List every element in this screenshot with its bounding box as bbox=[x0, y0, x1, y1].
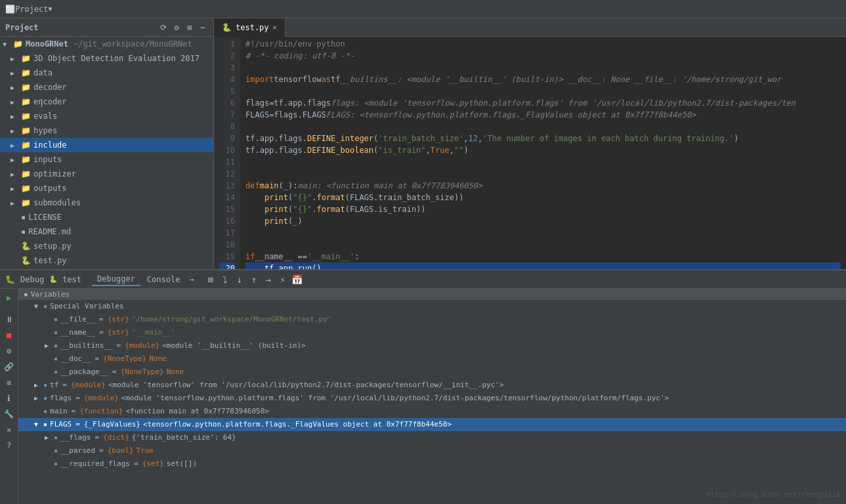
var-package[interactable]: ▶ ▪ __package__ = {NoneType} None bbox=[18, 366, 846, 379]
folder-icon-include: 📁 bbox=[21, 140, 31, 150]
code-area[interactable]: 1 2 3 4 5 6 7 8 9 10 11 12 13 14 15 16 1 bbox=[214, 37, 846, 269]
debug-left-panel: ▶ ⏸ ■ ⚙ 🔗 ≡ ℹ 🔧 ✕ ? bbox=[0, 289, 18, 504]
resume-btn[interactable]: ⊞ bbox=[205, 274, 217, 285]
debug-tabs: Debugger Console → bbox=[92, 273, 194, 286]
tree-item-optimizer[interactable]: ▶ 📁 optimizer bbox=[0, 167, 213, 181]
tab-console[interactable]: Console bbox=[142, 274, 186, 285]
debug-badge-icon: 🐍 bbox=[49, 276, 57, 283]
code-line-18 bbox=[245, 239, 841, 251]
tree-item-inputs[interactable]: ▶ 📁 inputs bbox=[0, 152, 213, 167]
tree-label-data: data bbox=[33, 68, 53, 77]
sync-icon[interactable]: ⟳ bbox=[158, 22, 169, 33]
step-into-btn[interactable]: ↓ bbox=[234, 274, 245, 285]
question-btn[interactable]: ? bbox=[3, 439, 16, 452]
sidebar-header: Project ⟳ ⚙ ⊞ ⋯ bbox=[0, 18, 213, 37]
tree-item-license[interactable]: ▶ ▪ LICENSE bbox=[0, 210, 213, 224]
debug-badge: test bbox=[62, 275, 81, 284]
folder-icon-outputs: 📁 bbox=[21, 184, 31, 193]
tree-arrow-data: ▶ bbox=[11, 70, 18, 77]
code-line-13: def main(_): main: <function main at 0x7… bbox=[245, 180, 841, 192]
tab-test-py[interactable]: 🐍 test.py ✕ bbox=[214, 18, 286, 37]
more-icon[interactable]: ⋯ bbox=[198, 22, 208, 33]
var-flags-dict[interactable]: ▶ ▪ __flags = {dict} {'train_batch_size'… bbox=[18, 431, 846, 444]
tree-item-submodules[interactable]: ▶ 📁 submodules bbox=[0, 196, 213, 210]
tree-item-setup-py[interactable]: ▶ 🐍 setup.py bbox=[0, 239, 213, 253]
tree-arrow-inputs: ▶ bbox=[11, 156, 18, 163]
tree-arrow-encoder: ▶ bbox=[11, 98, 18, 106]
variables-icon: ▪ bbox=[24, 290, 28, 299]
tab-debugger[interactable]: Debugger bbox=[92, 273, 140, 286]
var-main[interactable]: ▶ ▪ main = {function} <function main at … bbox=[18, 405, 846, 418]
code-line-16: print(_) bbox=[245, 215, 841, 227]
plus-btn[interactable]: ✕ bbox=[3, 423, 16, 436]
special-vars-row[interactable]: ▼ ▪ Special Variables bbox=[18, 300, 846, 313]
link-btn[interactable]: 🔗 bbox=[3, 360, 16, 373]
expand-special-vars: ▼ bbox=[34, 301, 41, 312]
variables-section-header: ▪ Variables bbox=[18, 289, 846, 300]
tree-item-include[interactable]: ▶ 📁 include bbox=[0, 138, 213, 152]
tree-item-readme[interactable]: ▶ ▪ README.md bbox=[0, 224, 213, 239]
info-btn[interactable]: ℹ bbox=[3, 392, 16, 405]
code-line-20: tf.app.run() bbox=[245, 262, 841, 269]
folder-icon-inputs: 📁 bbox=[21, 155, 31, 164]
var-required-flags[interactable]: ▶ ▪ __required_flags = {set} set([]) bbox=[18, 457, 846, 471]
var-flags[interactable]: ▶ ▪ flags = {module} <module 'tensorflow… bbox=[18, 392, 846, 405]
tree-arrow-submodules: ▶ bbox=[11, 200, 18, 207]
tree-path-monogrnet: ~/git_workspace/MonoGRNet bbox=[74, 39, 192, 49]
tree-label-monogrnet: MonoGRNet bbox=[26, 39, 68, 49]
var-name[interactable]: ▶ ▪ __name__ = {str} '__main__' bbox=[18, 326, 846, 339]
expand-icon[interactable]: ⊞ bbox=[184, 22, 195, 33]
calendar-btn[interactable]: 📅 bbox=[291, 274, 303, 285]
debug-toolbar: ⊞ ⤵ ↓ ↑ → ⚡ 📅 bbox=[205, 274, 303, 285]
top-bar-title: Project bbox=[15, 5, 49, 14]
folder-icon-monogrnet: 📁 bbox=[13, 39, 23, 49]
debug-title: Debug bbox=[20, 275, 44, 284]
var-file[interactable]: ▶ ▪ __file__ = {str} '/home/strong/git_w… bbox=[18, 313, 846, 326]
tree-item-3d-eval[interactable]: ▶ 📁 3D Object Detection Evaluation 2017 bbox=[0, 51, 213, 66]
editor-area: 🐍 test.py ✕ 1 2 3 4 5 6 7 8 9 10 11 bbox=[214, 18, 846, 269]
pause-btn[interactable]: ⏸ bbox=[3, 313, 16, 326]
var-parsed[interactable]: ▶ ▪ __parsed = {bool} True bbox=[18, 444, 846, 457]
tree-item-data[interactable]: ▶ 📁 data bbox=[0, 66, 213, 80]
variables-panel: ▪ Variables ▼ ▪ Special Variables ▶ ▪ __… bbox=[18, 289, 846, 504]
step-over-btn[interactable]: ⤵ bbox=[219, 274, 231, 285]
code-content[interactable]: #!/usr/bin/env python # -*- coding: utf-… bbox=[240, 37, 846, 269]
folder-icon-decoder: 📁 bbox=[21, 83, 31, 92]
tree-item-test-py[interactable]: ▶ 🐍 test.py bbox=[0, 253, 213, 268]
code-line-8 bbox=[245, 121, 841, 133]
folder-icon-encoder: 📁 bbox=[21, 97, 31, 106]
var-builtins[interactable]: ▶ ▪ __builtins__ = {module} <module '__b… bbox=[18, 339, 846, 352]
tab-close-btn[interactable]: ✕ bbox=[273, 24, 277, 31]
tree-arrow-decoder: ▶ bbox=[11, 84, 18, 91]
watermark: https://blog.csdn.net/chengq116 bbox=[706, 490, 841, 499]
code-line-6: flags = tf.app.flags flags: <module 'ten… bbox=[245, 97, 841, 109]
tree-item-decoder[interactable]: ▶ 📁 decoder bbox=[0, 80, 213, 94]
settings-icon[interactable]: ⚙ bbox=[171, 22, 182, 33]
file-icon-license: ▪ bbox=[21, 213, 26, 222]
run-cursor-btn[interactable]: → bbox=[263, 274, 274, 285]
sidebar-header-icons: ⟳ ⚙ ⊞ ⋯ bbox=[158, 22, 208, 33]
play-btn[interactable]: ▶ bbox=[3, 291, 16, 304]
var-doc[interactable]: ▶ ▪ __doc__ = {NoneType} None bbox=[18, 352, 846, 366]
step-out-btn[interactable]: ↑ bbox=[248, 274, 260, 285]
code-line-12 bbox=[245, 168, 841, 180]
var-tf[interactable]: ▶ ▪ tf = {module} <module 'tensorflow' f… bbox=[18, 379, 846, 392]
tree-item-evals[interactable]: ▶ 📁 evals bbox=[0, 109, 213, 123]
variables-label: Variables bbox=[31, 290, 70, 299]
tree-item-hypes[interactable]: ▶ 📁 hypes bbox=[0, 123, 213, 138]
list-btn[interactable]: ≡ bbox=[3, 376, 16, 389]
folder-icon-optimizer: 📁 bbox=[21, 169, 31, 178]
var-FLAGS[interactable]: ▼ ▪ FLAGS = {_FlagValues} <tensorflow.py… bbox=[18, 418, 846, 431]
folder-icon-submodules: 📁 bbox=[21, 198, 31, 207]
tree-item-encoder[interactable]: ▶ 📁 encoder | bbox=[0, 94, 213, 109]
tree-label-encoder: encoder bbox=[33, 97, 67, 106]
code-line-17 bbox=[245, 227, 841, 239]
tree-item-monogrnet[interactable]: ▼ 📁 MonoGRNet ~/git_workspace/MonoGRNet bbox=[0, 37, 213, 51]
filter-btn[interactable]: 🔧 bbox=[3, 408, 16, 421]
folder-icon-3d: 📁 bbox=[21, 54, 31, 63]
tree-item-outputs[interactable]: ▶ 📁 outputs bbox=[0, 181, 213, 196]
evaluate-btn[interactable]: ⚡ bbox=[277, 274, 289, 285]
settings-btn2[interactable]: ⚙ bbox=[3, 345, 16, 358]
tree-label-outputs: outputs bbox=[33, 184, 67, 193]
stop-btn[interactable]: ■ bbox=[3, 329, 16, 342]
